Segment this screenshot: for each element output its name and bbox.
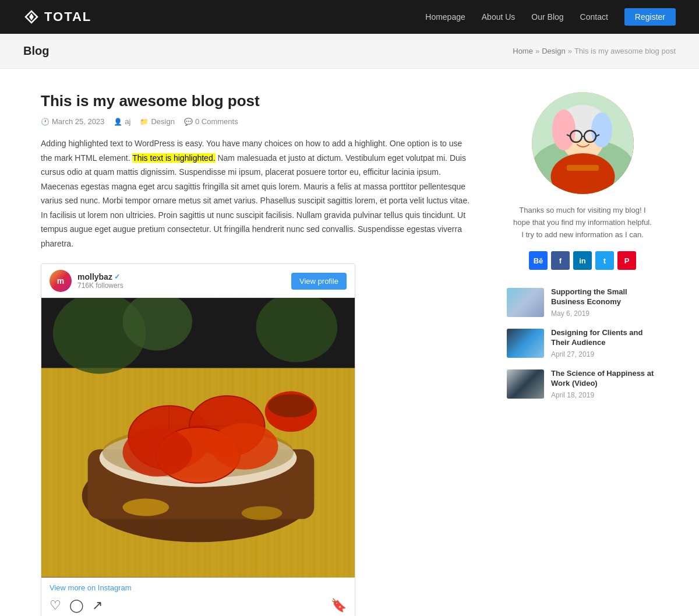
svg-rect-41 [567, 165, 599, 171]
ig-actions-left: ♡ ◯ ↗ [50, 598, 103, 613]
ig-comment-icon[interactable]: ◯ [69, 598, 84, 613]
ig-share-icon[interactable]: ↗ [92, 598, 103, 613]
sidebar-post-title-1[interactable]: Supporting the Small Business Economy [551, 287, 658, 307]
sidebar-post-2: Designing for Clients and Their Audience… [507, 328, 658, 358]
post-category: Design [151, 117, 174, 126]
post-date-wrap: 🕐 March 25, 2023 [41, 117, 104, 126]
logo-text: TOTAL [44, 9, 91, 24]
post-title: This is my awesome blog post [41, 92, 472, 110]
ig-avatar: m [50, 270, 72, 292]
page-title: Blog [23, 44, 49, 58]
comment-icon: 💬 [184, 118, 193, 126]
sidebar-post-3: The Science of Happiness at Work (Video)… [507, 369, 658, 399]
social-linkedin-link[interactable]: in [573, 251, 592, 270]
sidebar-post-thumb-2 [507, 329, 544, 358]
sidebar: Thanks so much for visiting my blog! I h… [507, 92, 658, 616]
post-body-highlight: This text is highlighted. [132, 153, 215, 163]
post-comments-wrap: 💬 0 Comments [184, 117, 238, 126]
svg-marker-1 [29, 13, 34, 20]
svg-point-23 [122, 499, 169, 516]
sidebar-bio: Thanks so much for visiting my blog! I h… [507, 205, 658, 241]
sidebar-post-1: Supporting the Small Business Economy Ma… [507, 287, 658, 318]
post-category-wrap: 📁 Design [140, 117, 174, 126]
svg-point-24 [242, 506, 283, 520]
sidebar-post-thumb-3 [507, 369, 544, 399]
ig-actions: ♡ ◯ ↗ 🔖 [41, 594, 355, 616]
sidebar-post-title-3[interactable]: The Science of Happiness at Work (Video) [551, 369, 658, 389]
post-body-rest: Nam malesuada et justo at dictum. Vestib… [41, 153, 469, 248]
sidebar-post-date-3: April 18, 2019 [551, 391, 658, 399]
social-pinterest-link[interactable]: P [617, 251, 636, 270]
breadcrumb-bar: Blog Home » Design » This is my awesome … [0, 34, 699, 69]
sidebar-social: Bē f in t P [507, 251, 658, 270]
sidebar-recent-posts: Supporting the Small Business Economy Ma… [507, 287, 658, 399]
post-date: March 25, 2023 [52, 117, 104, 126]
header: TOTAL Homepage About Us Our Blog Contact… [0, 0, 699, 34]
post-meta: 🕐 March 25, 2023 👤 aj 📁 Design 💬 0 Comme… [41, 117, 472, 126]
post-author: aj [125, 117, 130, 126]
main-container: This is my awesome blog post 🕐 March 25,… [17, 69, 682, 616]
ig-user: m mollybaz ✓ 716K followers [50, 270, 123, 292]
svg-point-21 [122, 428, 192, 477]
ig-bookmark-icon[interactable]: 🔖 [331, 598, 347, 613]
social-facebook-link[interactable]: f [551, 251, 570, 270]
instagram-embed: m mollybaz ✓ 716K followers View profile [41, 263, 355, 616]
ig-user-info: mollybaz ✓ 716K followers [77, 272, 123, 290]
register-button[interactable]: Register [624, 8, 676, 26]
svg-point-22 [211, 423, 278, 470]
sidebar-avatar [532, 92, 634, 194]
svg-point-34 [591, 112, 612, 147]
post-comments: 0 Comments [195, 117, 238, 126]
ig-followers: 716K followers [77, 281, 123, 290]
svg-point-33 [552, 110, 576, 150]
ig-username: mollybaz ✓ [77, 272, 123, 281]
sidebar-post-thumb-1 [507, 288, 544, 317]
main-nav: Homepage About Us Our Blog Contact Regis… [425, 8, 676, 26]
breadcrumb-sep-2: » [568, 47, 572, 55]
sidebar-post-info-3: The Science of Happiness at Work (Video)… [551, 369, 658, 399]
breadcrumb-current: This is my awesome blog post [574, 47, 676, 55]
ig-username-text: mollybaz [77, 272, 112, 281]
sidebar-post-info-1: Supporting the Small Business Economy Ma… [551, 287, 658, 318]
nav-blog[interactable]: Our Blog [531, 12, 563, 22]
breadcrumb: Home » Design » This is my awesome blog … [513, 47, 676, 55]
sidebar-post-title-2[interactable]: Designing for Clients and Their Audience [551, 328, 658, 348]
sidebar-post-date-2: April 27, 2019 [551, 350, 658, 358]
folder-icon: 📁 [140, 118, 149, 126]
sidebar-post-info-2: Designing for Clients and Their Audience… [551, 328, 658, 358]
sidebar-avatar-wrap [507, 92, 658, 194]
social-twitter-link[interactable]: t [595, 251, 614, 270]
logo[interactable]: TOTAL [23, 9, 91, 25]
ig-food-image [41, 298, 355, 578]
ig-header: m mollybaz ✓ 716K followers View profile [41, 264, 355, 298]
sidebar-post-date-1: May 6, 2019 [551, 309, 658, 318]
svg-point-26 [268, 394, 315, 417]
user-icon: 👤 [114, 118, 122, 126]
ig-verified-badge: ✓ [114, 273, 120, 281]
clock-icon: 🕐 [41, 118, 50, 126]
ig-more-link[interactable]: View more on Instagram [41, 578, 355, 594]
ig-like-icon[interactable]: ♡ [50, 598, 61, 613]
nav-homepage[interactable]: Homepage [425, 12, 465, 22]
post-body: Adding highlighted text to WordPress is … [41, 136, 472, 251]
breadcrumb-sep-1: » [535, 47, 539, 55]
nav-about[interactable]: About Us [482, 12, 516, 22]
post-author-wrap: 👤 aj [114, 117, 130, 126]
blog-content: This is my awesome blog post 🕐 March 25,… [41, 92, 472, 616]
social-behance-link[interactable]: Bē [529, 251, 548, 270]
nav-contact[interactable]: Contact [580, 12, 608, 22]
breadcrumb-home[interactable]: Home [513, 47, 533, 55]
breadcrumb-design[interactable]: Design [542, 47, 565, 55]
ig-view-profile-button[interactable]: View profile [291, 273, 347, 290]
